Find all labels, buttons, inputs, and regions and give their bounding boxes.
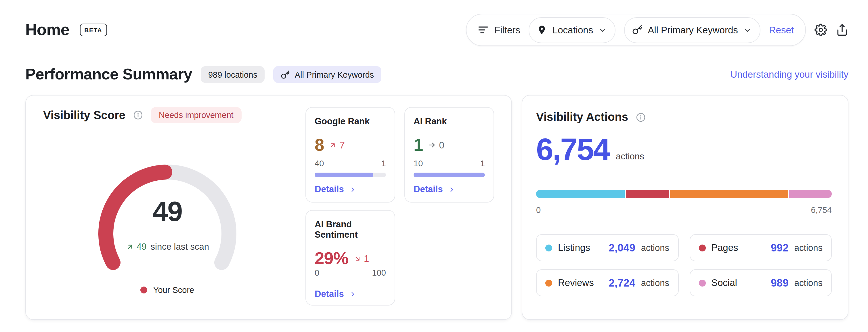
axis-start-label: 0: [536, 205, 541, 215]
social-value: 989: [771, 276, 788, 289]
dashboard: Home BETA Filters Locations: [0, 0, 868, 332]
score-delta-note: since last scan: [151, 242, 209, 252]
settings-button[interactable]: [814, 24, 827, 36]
axis-end-label: 6,754: [811, 205, 832, 215]
social-dot: [699, 279, 706, 286]
visibility-score-gauge: 49 49 since last scan: [93, 160, 242, 278]
keywords-dropdown[interactable]: All Primary Keywords: [624, 17, 761, 43]
social-unit: actions: [794, 278, 823, 288]
share-upload-icon: [836, 24, 848, 36]
ai-brand-sentiment-value: 29%: [315, 248, 348, 268]
google-rank-progress: [315, 173, 386, 177]
bar-segment-social: [789, 190, 832, 198]
ai-brand-sentiment-card: AI Brand Sentiment 29% 1 0 100: [305, 210, 395, 305]
page-heading: Home BETA: [25, 21, 107, 39]
ai-rank-details-link[interactable]: Details: [413, 184, 485, 194]
export-button[interactable]: [836, 24, 848, 36]
visibility-score-card: Visibility Score Needs improvement 49: [25, 95, 512, 320]
bar-segment-listings: [536, 190, 625, 198]
cards-row: Visibility Score Needs improvement 49: [25, 95, 848, 320]
filter-toolbar: Filters Locations All Primary Keywords: [466, 14, 806, 46]
chevron-right-icon: [448, 186, 456, 193]
visibility-actions-card: Visibility Actions 6,754 actions 0 6,754…: [522, 95, 848, 320]
pages-dot: [699, 244, 706, 251]
details-label: Details: [315, 184, 344, 194]
listings-unit: actions: [641, 243, 669, 253]
top-bar: Home BETA Filters Locations: [25, 0, 848, 46]
info-icon[interactable]: [133, 110, 143, 120]
info-icon[interactable]: [636, 112, 646, 122]
social-tile: Social 989 actions: [689, 269, 832, 296]
score-delta: 49 since last scan: [93, 242, 242, 252]
beta-badge: BETA: [80, 24, 107, 36]
listings-dot: [545, 244, 552, 251]
locations-dropdown[interactable]: Locations: [529, 17, 616, 43]
bar-segment-pages: [626, 190, 669, 198]
ai-rank-progress: [413, 173, 485, 177]
understanding-visibility-link[interactable]: Understanding your visibility: [730, 69, 848, 80]
score-delta-value: 49: [136, 242, 147, 252]
scale-end: 100: [372, 268, 386, 277]
your-score-label: Your Score: [153, 285, 194, 295]
trend-down-icon: [353, 254, 361, 262]
gauge-legend: Your Score: [43, 285, 291, 295]
chevron-right-icon: [349, 290, 356, 298]
reviews-dot: [545, 279, 552, 286]
pages-tile: Pages 992 actions: [689, 234, 832, 261]
social-label: Social: [711, 277, 737, 288]
scale-end: 1: [381, 159, 386, 168]
listings-value: 2,049: [609, 241, 635, 254]
gauge-panel: Visibility Score Needs improvement 49: [43, 107, 291, 305]
gear-icon: [814, 24, 827, 36]
reviews-value: 2,724: [609, 276, 635, 289]
filters-button[interactable]: Filters: [477, 24, 520, 36]
keywords-badge: All Primary Keywords: [274, 66, 382, 83]
map-pin-icon: [537, 25, 547, 35]
pages-unit: actions: [794, 243, 823, 253]
listings-tile: Listings 2,049 actions: [536, 234, 679, 261]
google-rank-delta: 7: [339, 140, 345, 150]
key-icon: [281, 70, 290, 79]
status-badge: Needs improvement: [151, 107, 242, 123]
summary-header: Performance Summary 989 locations All Pr…: [25, 66, 848, 84]
filters-label: Filters: [494, 25, 520, 35]
ai-rank-card: AI Rank 1 0 10 1: [404, 107, 494, 203]
scale-start: 0: [315, 268, 319, 277]
ai-brand-sentiment-details-link[interactable]: Details: [315, 289, 386, 299]
chevron-right-icon: [349, 186, 356, 193]
your-score-dot: [141, 286, 148, 294]
reset-button[interactable]: Reset: [769, 25, 794, 35]
metrics-grid: Google Rank 8 7 40 1: [305, 107, 494, 305]
chevron-down-icon: [598, 26, 607, 34]
keywords-label: All Primary Keywords: [648, 25, 738, 35]
actions-stacked-bar: [536, 190, 832, 198]
scale-start: 40: [315, 159, 324, 168]
listings-label: Listings: [558, 242, 590, 253]
ai-rank-delta: 0: [439, 140, 444, 150]
reviews-label: Reviews: [558, 277, 594, 288]
ai-rank-value: 1: [413, 135, 423, 155]
google-rank-value: 8: [315, 135, 324, 155]
ai-brand-sentiment-title: AI Brand Sentiment: [315, 219, 386, 240]
total-actions-unit: actions: [616, 151, 644, 164]
locations-label: Locations: [553, 25, 593, 35]
details-label: Details: [315, 289, 344, 299]
actions-legend: Listings 2,049 actions Pages 992 actions…: [536, 234, 832, 296]
reviews-unit: actions: [641, 278, 669, 288]
ai-rank-title: AI Rank: [413, 116, 485, 127]
google-rank-details-link[interactable]: Details: [315, 184, 386, 194]
google-rank-title: Google Rank: [315, 116, 386, 127]
bar-segment-reviews: [670, 190, 788, 198]
score-value: 49: [93, 195, 242, 227]
visibility-actions-title: Visibility Actions: [536, 111, 628, 124]
google-rank-card: Google Rank 8 7 40 1: [305, 107, 395, 203]
keywords-badge-label: All Primary Keywords: [295, 70, 374, 79]
toolbar: Filters Locations All Primary Keywords: [466, 14, 848, 46]
page-title: Home: [25, 21, 69, 39]
trend-up-icon: [329, 141, 337, 149]
pages-value: 992: [771, 241, 788, 254]
ai-brand-sentiment-delta: 1: [364, 253, 369, 264]
chevron-down-icon: [743, 26, 752, 34]
trend-flat-icon: [428, 141, 436, 149]
pages-label: Pages: [711, 242, 738, 253]
